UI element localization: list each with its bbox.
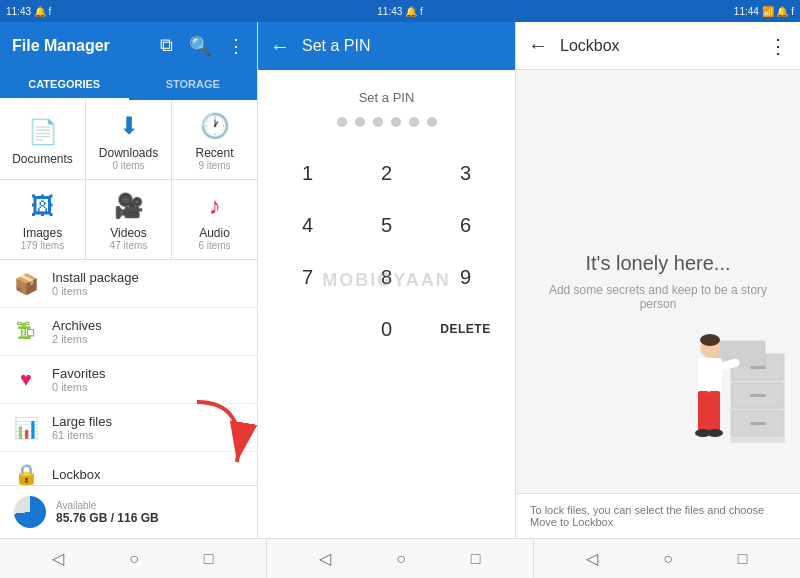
list-item-archives[interactable]: 🗜 Archives 2 items	[0, 308, 257, 356]
nav-recent-btn-mid[interactable]: □	[461, 546, 491, 572]
large-text: Large files 61 items	[52, 414, 243, 441]
nav-back-btn-right[interactable]: ◁	[576, 545, 608, 572]
lockbox-empty-title: It's lonely here...	[586, 252, 731, 275]
fm-icon-search[interactable]: 🔍	[189, 35, 211, 57]
pin-content: Set a PIN 1 2 3 4 5 6 7 8 9 0	[258, 70, 515, 538]
downloads-icon: ⬇	[119, 112, 139, 140]
recent-icon: 🕐	[200, 112, 230, 140]
pin-dot-3	[373, 117, 383, 127]
category-images[interactable]: 🖼 Images 179 items	[0, 180, 85, 259]
documents-icon: 📄	[28, 118, 58, 146]
storage-info: Available 85.76 GB / 116 GB	[56, 500, 243, 525]
svg-rect-13	[709, 391, 720, 433]
lockbox-list-icon: 🔒	[14, 462, 38, 485]
downloads-count: 0 items	[112, 160, 144, 171]
lockbox-footer: To lock files, you can select the files …	[516, 493, 800, 538]
lockbox-more-button[interactable]: ⋮	[768, 34, 788, 58]
favorites-count: 0 items	[52, 381, 243, 393]
list-item-large[interactable]: 📊 Large files 61 items	[0, 404, 257, 452]
nav-home-btn-mid[interactable]: ○	[386, 546, 416, 572]
images-count: 179 items	[21, 240, 64, 251]
pin-key-3[interactable]: 3	[426, 147, 505, 199]
archives-text: Archives 2 items	[52, 318, 243, 345]
list-item-favorites[interactable]: ♥ Favorites 0 items	[0, 356, 257, 404]
svg-rect-6	[750, 394, 766, 397]
status-bar-3: 11:44 📶 🔔 f	[533, 0, 800, 22]
nav-home-btn-right[interactable]: ○	[653, 546, 683, 572]
pin-key-1[interactable]: 1	[268, 147, 347, 199]
lockbox-svg	[680, 313, 790, 453]
favorites-text: Favorites 0 items	[52, 366, 243, 393]
nav-section-right: ◁ ○ □	[533, 539, 800, 578]
lockbox-back-button[interactable]: ←	[528, 34, 548, 57]
install-count: 0 items	[52, 285, 243, 297]
categories-grid: 📄 Documents ⬇ Downloads 0 items 🕐 Recent…	[0, 100, 257, 260]
pin-dot-4	[391, 117, 401, 127]
lockbox-name: Lockbox	[52, 467, 243, 482]
fm-icon-copy[interactable]: ⧉	[160, 35, 173, 57]
large-count: 61 items	[52, 429, 243, 441]
icons-3: 📶 🔔 f	[762, 6, 794, 17]
pin-key-delete[interactable]: DELETE	[426, 303, 505, 355]
svg-rect-7	[750, 422, 766, 425]
large-name: Large files	[52, 414, 243, 429]
pin-header: ← Set a PIN	[258, 22, 515, 70]
category-recent[interactable]: 🕐 Recent 9 items	[172, 100, 257, 179]
svg-rect-12	[698, 391, 709, 433]
nav-section-mid: ◁ ○ □	[266, 539, 533, 578]
nav-home-btn[interactable]: ○	[119, 546, 149, 572]
install-text: Install package 0 items	[52, 270, 243, 297]
archives-name: Archives	[52, 318, 243, 333]
pin-panel: ← Set a PIN Set a PIN 1 2 3 4 5 6 7 8	[258, 22, 516, 538]
list-item-lockbox[interactable]: 🔒 Lockbox	[0, 452, 257, 485]
time-3: 11:44	[734, 6, 759, 17]
storage-bar: Available 85.76 GB / 116 GB	[0, 485, 257, 538]
main-layout: File Manager ⧉ 🔍 ⋮ CATEGORIES STORAGE 📄 …	[0, 22, 800, 538]
category-videos[interactable]: 🎥 Videos 47 items	[86, 180, 171, 259]
fm-icon-more[interactable]: ⋮	[227, 35, 245, 57]
svg-point-15	[707, 429, 723, 437]
time-1: 11:43	[6, 6, 31, 17]
install-icon: 📦	[14, 272, 38, 296]
pin-key-0[interactable]: 0	[347, 303, 426, 355]
lockbox-header: ← Lockbox ⋮	[516, 22, 800, 70]
nav-recent-btn[interactable]: □	[194, 546, 224, 572]
pin-back-button[interactable]: ←	[270, 35, 290, 58]
pin-key-6[interactable]: 6	[426, 199, 505, 251]
pin-key-9[interactable]: 9	[426, 251, 505, 303]
storage-label: Available	[56, 500, 243, 511]
lockbox-illustration	[680, 313, 780, 443]
list-item-install[interactable]: 📦 Install package 0 items	[0, 260, 257, 308]
pin-key-4[interactable]: 4	[268, 199, 347, 251]
lockbox-text: Lockbox	[52, 467, 243, 482]
lockbox-content: It's lonely here... Add some secrets and…	[516, 70, 800, 493]
pin-key-8[interactable]: 8	[347, 251, 426, 303]
tab-storage[interactable]: STORAGE	[129, 70, 258, 100]
images-icon: 🖼	[31, 192, 55, 220]
time-2: 11:43	[377, 6, 402, 17]
category-downloads[interactable]: ⬇ Downloads 0 items	[86, 100, 171, 179]
favorites-icon: ♥	[14, 368, 38, 391]
tab-categories[interactable]: CATEGORIES	[0, 70, 129, 100]
videos-count: 47 items	[110, 240, 148, 251]
category-documents[interactable]: 📄 Documents	[0, 100, 85, 179]
pin-dots	[337, 117, 437, 127]
pin-key-5[interactable]: 5	[347, 199, 426, 251]
audio-icon: ♪	[209, 192, 221, 220]
audio-label: Audio	[199, 226, 230, 240]
pin-label: Set a PIN	[359, 90, 415, 105]
nav-back-btn-mid[interactable]: ◁	[309, 545, 341, 572]
pin-key-2[interactable]: 2	[347, 147, 426, 199]
status-bar-2: 11:43 🔔 f	[267, 0, 534, 22]
category-audio[interactable]: ♪ Audio 6 items	[172, 180, 257, 259]
lockbox-empty-sub: Add some secrets and keep to be a story …	[536, 283, 780, 311]
lockbox-title: Lockbox	[560, 37, 756, 55]
nav-back-btn[interactable]: ◁	[42, 545, 74, 572]
pin-dot-5	[409, 117, 419, 127]
images-label: Images	[23, 226, 62, 240]
lockbox-footer-text: To lock files, you can select the files …	[530, 504, 764, 528]
pin-header-title: Set a PIN	[302, 37, 370, 55]
pin-key-7[interactable]: 7	[268, 251, 347, 303]
documents-label: Documents	[12, 152, 73, 166]
nav-recent-btn-right[interactable]: □	[728, 546, 758, 572]
